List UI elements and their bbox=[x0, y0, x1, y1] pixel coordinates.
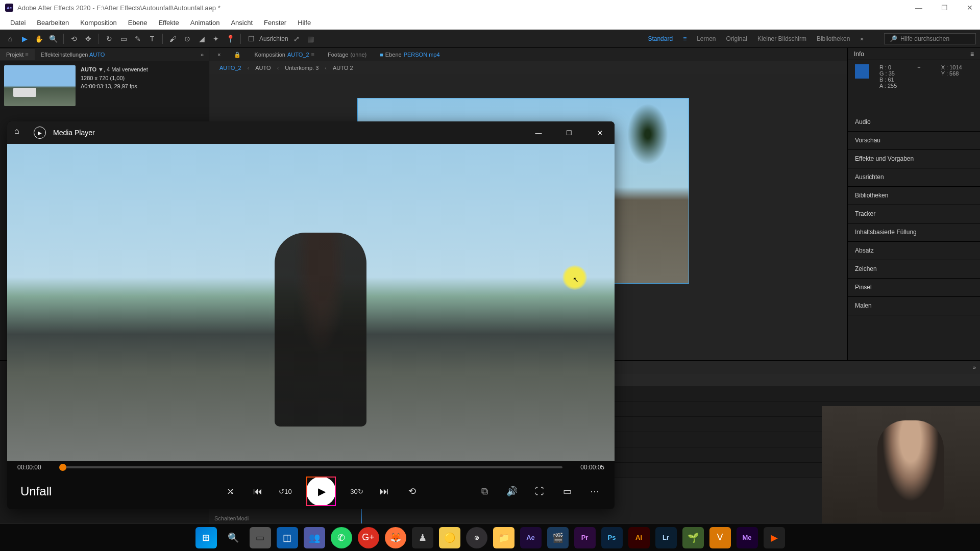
shuffle-icon[interactable]: ⤨ bbox=[224, 486, 237, 497]
menu-ebene[interactable]: Ebene bbox=[123, 17, 153, 29]
teams-icon[interactable]: 👥 bbox=[304, 527, 325, 548]
app-video-icon[interactable]: 🎬 bbox=[547, 527, 569, 548]
workspace-lernen[interactable]: Lernen bbox=[697, 35, 716, 42]
menu-hilfe[interactable]: Hilfe bbox=[292, 17, 316, 29]
menu-bearbeiten[interactable]: Bearbeiten bbox=[32, 17, 74, 29]
close-button[interactable]: ✕ bbox=[965, 3, 975, 13]
search-help[interactable]: 🔎 Hilfe durchsuchen bbox=[884, 33, 976, 44]
clone-tool[interactable]: ⊙ bbox=[181, 33, 193, 45]
pan-tool[interactable]: ✥ bbox=[82, 33, 94, 45]
mp-video-area[interactable]: ↖ bbox=[7, 144, 615, 461]
app-green-icon[interactable]: 🌱 bbox=[682, 527, 704, 548]
app-red-icon[interactable]: G+ bbox=[358, 527, 379, 548]
forward-30-icon[interactable]: 30↻ bbox=[350, 488, 363, 495]
panel-vorschau[interactable]: Vorschau bbox=[848, 132, 980, 150]
snap-label[interactable]: Ausrichten bbox=[259, 35, 288, 42]
lr-taskbar-icon[interactable]: Lr bbox=[655, 527, 677, 548]
next-track-icon[interactable]: ⏭ bbox=[378, 486, 391, 497]
app-v-icon[interactable]: V bbox=[709, 527, 731, 548]
mp-close-button[interactable]: ✕ bbox=[592, 129, 607, 137]
minimize-button[interactable]: — bbox=[914, 3, 924, 13]
volume-icon[interactable]: 🔊 bbox=[505, 486, 519, 497]
play-button[interactable]: ▶ bbox=[306, 477, 336, 506]
mp-home-icon[interactable]: ⌂ bbox=[14, 127, 27, 139]
panel-malen[interactable]: Malen bbox=[848, 297, 980, 315]
hand-tool[interactable]: ✋ bbox=[33, 33, 45, 45]
text-tool[interactable]: T bbox=[146, 33, 158, 45]
repeat-icon[interactable]: ⟲ bbox=[405, 486, 419, 497]
lock-icon[interactable]: 🔒 bbox=[229, 49, 246, 60]
tab-ebene[interactable]: ■ Ebene PERSON.mp4 bbox=[375, 49, 445, 60]
panel-tracker[interactable]: Tracker bbox=[848, 205, 980, 223]
snap-opt2[interactable]: ▦ bbox=[305, 33, 317, 45]
roto-tool[interactable]: ✦ bbox=[210, 33, 222, 45]
rotate-tool[interactable]: ↻ bbox=[103, 33, 115, 45]
taskbar-search[interactable]: 🔍 bbox=[223, 527, 244, 548]
workspace-menu-icon[interactable]: ≡ bbox=[683, 35, 687, 42]
panel-zeichen[interactable]: Zeichen bbox=[848, 260, 980, 279]
workspace-kleiner[interactable]: Kleiner Bildschirm bbox=[757, 35, 806, 42]
obs-icon[interactable]: ⊚ bbox=[466, 527, 487, 548]
tab-projekt[interactable]: Projekt ≡ bbox=[0, 49, 35, 60]
mp-minimize-button[interactable]: — bbox=[531, 129, 546, 137]
menu-datei[interactable]: Datei bbox=[5, 17, 31, 29]
rect-tool[interactable]: ▭ bbox=[117, 33, 130, 45]
panel-overflow-icon[interactable]: » bbox=[201, 52, 209, 58]
menu-ansicht[interactable]: Ansicht bbox=[226, 17, 258, 29]
ps-taskbar-icon[interactable]: Ps bbox=[601, 527, 623, 548]
tab-footage[interactable]: Footage (ohne) bbox=[323, 49, 372, 60]
panel-pinsel[interactable]: Pinsel bbox=[848, 279, 980, 297]
menu-animation[interactable]: Animation bbox=[185, 17, 225, 29]
panel-effekte[interactable]: Effekte und Vorgaben bbox=[848, 150, 980, 168]
menu-fenster[interactable]: Fenster bbox=[259, 17, 291, 29]
start-button[interactable]: ⊞ bbox=[195, 527, 217, 548]
project-item[interactable]: AUTO ▼, 4 Mal verwendet 1280 x 720 (1,00… bbox=[0, 61, 209, 110]
pr-taskbar-icon[interactable]: Pr bbox=[574, 527, 596, 548]
panel-inhaltsbasierte[interactable]: Inhaltsbasierte Füllung bbox=[848, 223, 980, 242]
prev-track-icon[interactable]: ⏮ bbox=[251, 486, 264, 497]
menu-icon[interactable]: ≡ bbox=[970, 51, 974, 58]
cast-icon[interactable]: ▭ bbox=[560, 486, 574, 497]
more-icon[interactable]: ⋯ bbox=[588, 486, 601, 497]
orbit-tool[interactable]: ⟲ bbox=[68, 33, 80, 45]
whatsapp-icon[interactable]: ✆ bbox=[331, 527, 352, 548]
mp-maximize-button[interactable]: ☐ bbox=[561, 129, 577, 137]
snap-opt1[interactable]: ⤢ bbox=[290, 33, 303, 45]
pen-tool[interactable]: ✎ bbox=[132, 33, 144, 45]
tab-komposition[interactable]: Komposition AUTO_2 ≡ bbox=[249, 49, 320, 60]
panel-bibliotheken[interactable]: Bibliotheken bbox=[848, 187, 980, 205]
app-yellow-icon[interactable]: 🟡 bbox=[439, 527, 460, 548]
selection-tool[interactable]: ▶ bbox=[18, 33, 31, 45]
bc-auto[interactable]: AUTO bbox=[251, 65, 275, 71]
captions-icon[interactable]: ⧉ bbox=[478, 486, 491, 497]
panel-info-head[interactable]: Info≡ bbox=[848, 48, 980, 60]
tab-effekteinstellungen[interactable]: Effekteinstellungen AUTO bbox=[35, 49, 111, 60]
workspace-overflow-icon[interactable]: » bbox=[860, 35, 864, 42]
panel-audio[interactable]: Audio bbox=[848, 113, 980, 132]
panel-absatz[interactable]: Absatz bbox=[848, 242, 980, 260]
zoom-tool[interactable]: 🔍 bbox=[47, 33, 59, 45]
mp-seek-track[interactable] bbox=[59, 466, 562, 468]
ai-taskbar-icon[interactable]: Ai bbox=[628, 527, 650, 548]
firefox-icon[interactable]: 🦊 bbox=[385, 527, 406, 548]
maximize-button[interactable]: ☐ bbox=[939, 3, 949, 13]
mediaplayer-taskbar-icon[interactable]: ▶ bbox=[764, 527, 785, 548]
ae-taskbar-icon[interactable]: Ae bbox=[520, 527, 542, 548]
task-view-icon[interactable]: ▭ bbox=[250, 527, 271, 548]
comp-tab-close[interactable]: × bbox=[212, 49, 226, 60]
widgets-icon[interactable]: ◫ bbox=[277, 527, 298, 548]
workspace-original[interactable]: Original bbox=[726, 35, 747, 42]
me-taskbar-icon[interactable]: Me bbox=[737, 527, 758, 548]
workspace-standard[interactable]: Standard bbox=[648, 35, 673, 42]
fullscreen-icon[interactable]: ⛶ bbox=[533, 486, 546, 497]
eraser-tool[interactable]: ◢ bbox=[195, 33, 208, 45]
app-figure-icon[interactable]: ♟ bbox=[412, 527, 433, 548]
brush-tool[interactable]: 🖌 bbox=[167, 33, 179, 45]
dropdown-icon[interactable]: ▼ bbox=[98, 66, 104, 72]
bc-auto2b[interactable]: AUTO 2 bbox=[329, 65, 357, 71]
bc-unterkomp[interactable]: Unterkomp. 3 bbox=[281, 65, 323, 71]
workspace-bibliotheken[interactable]: Bibliotheken bbox=[817, 35, 850, 42]
rewind-10-icon[interactable]: ↺10 bbox=[279, 488, 292, 495]
puppet-tool[interactable]: 📍 bbox=[224, 33, 236, 45]
menu-effekte[interactable]: Effekte bbox=[153, 17, 184, 29]
